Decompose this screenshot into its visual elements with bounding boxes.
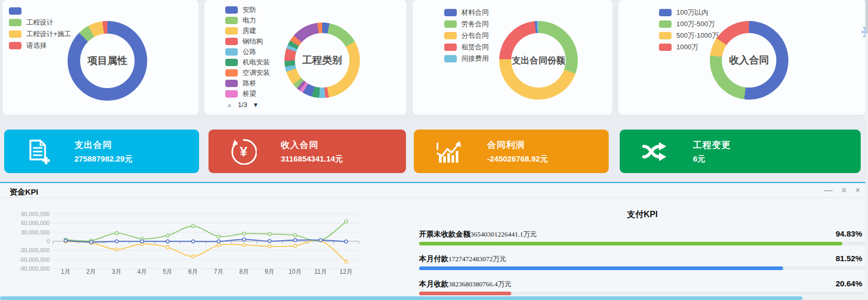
legend-label: 安防 bbox=[243, 5, 256, 15]
legend-item[interactable]: 100万-500万 bbox=[659, 18, 719, 30]
trend-chart-icon bbox=[436, 140, 463, 164]
data-point-marker[interactable] bbox=[243, 243, 246, 247]
data-point-marker[interactable] bbox=[345, 220, 348, 223]
legend-swatch-icon bbox=[225, 69, 238, 77]
data-point-marker[interactable] bbox=[64, 239, 67, 242]
legend-item[interactable]: 公路 bbox=[225, 47, 270, 57]
data-point-marker[interactable] bbox=[192, 224, 195, 228]
data-point-marker[interactable] bbox=[140, 240, 144, 243]
payment-row-label: 开票未收款金额 bbox=[419, 230, 470, 238]
legend-item[interactable]: 100万以内 bbox=[659, 7, 719, 18]
legend-item[interactable]: 工程设计 bbox=[9, 17, 71, 28]
data-point-marker[interactable] bbox=[115, 231, 118, 234]
legend-item[interactable]: 间接费用 bbox=[444, 53, 489, 65]
kpi-card-contract-profit[interactable]: 合同利润 -245026768.92元 bbox=[414, 130, 609, 173]
legend-item[interactable]: 房建 bbox=[225, 26, 270, 36]
data-point-marker[interactable] bbox=[217, 235, 220, 238]
legend-item[interactable]: 请选择 bbox=[9, 40, 71, 51]
data-point-marker[interactable] bbox=[243, 238, 246, 241]
legend-swatch-icon bbox=[9, 19, 21, 26]
vertical-scrollbar-track bbox=[865, 0, 868, 300]
data-point-marker[interactable] bbox=[345, 240, 348, 243]
payment-row-percent: 81.52% bbox=[836, 254, 862, 263]
donut-chart-income-contract[interactable]: 收入合同 bbox=[710, 21, 788, 100]
donut-chart-project-category[interactable]: 工程类别 bbox=[284, 23, 360, 98]
legend-pager-up-icon[interactable]: ▲ bbox=[226, 101, 233, 109]
kpi-card-project-change[interactable]: 工程变更 6元 bbox=[620, 130, 861, 173]
legend-item[interactable] bbox=[9, 5, 71, 17]
legend-item[interactable]: 工程设计+施工 bbox=[9, 28, 71, 40]
data-point-marker[interactable] bbox=[293, 244, 296, 248]
x-axis-tick-label: 8月 bbox=[239, 268, 249, 275]
data-point-marker[interactable] bbox=[166, 234, 169, 237]
vertical-scrollbar-thumb[interactable] bbox=[865, 0, 868, 34]
x-axis-tick-label: 6月 bbox=[188, 268, 198, 275]
data-point-marker[interactable] bbox=[268, 240, 271, 243]
legend-item[interactable]: 桥梁 bbox=[225, 89, 270, 99]
donut-chart-expense-contract-share[interactable]: 支出合同份额 bbox=[499, 21, 578, 100]
panel-header-divider bbox=[0, 197, 865, 198]
legend-label: 间接费用 bbox=[462, 54, 489, 63]
data-point-marker[interactable] bbox=[192, 240, 195, 243]
kpi-card-title: 支出合同 bbox=[74, 139, 133, 151]
data-point-marker[interactable] bbox=[90, 241, 93, 244]
legend-label: 100万-500万 bbox=[676, 19, 715, 29]
legend-item[interactable]: 材料合同 bbox=[444, 7, 489, 18]
menu-icon[interactable]: ≡ bbox=[841, 185, 846, 196]
legend-item[interactable]: 劳务合同 bbox=[444, 18, 489, 30]
kpi-card-title: 合同利润 bbox=[487, 139, 548, 151]
horizontal-scrollbar-thumb[interactable] bbox=[0, 296, 803, 300]
legend-item[interactable]: 安防 bbox=[225, 5, 270, 15]
donut-panel-expense-contract-share: 材料合同劳务合同分包合同租赁合同间接费用 支出合同份额 bbox=[413, 0, 612, 115]
data-point-marker[interactable] bbox=[293, 239, 296, 242]
legend-item[interactable]: 空调安装 bbox=[225, 68, 270, 78]
legend-item[interactable]: 租赁合同 bbox=[444, 41, 489, 53]
close-icon[interactable]: × bbox=[855, 185, 860, 196]
legend-item[interactable]: 分包合同 bbox=[444, 30, 489, 41]
data-point-marker[interactable] bbox=[115, 240, 118, 243]
x-axis-tick-label: 2月 bbox=[86, 268, 96, 275]
line-series bbox=[65, 221, 346, 241]
legend-swatch-icon bbox=[659, 20, 672, 28]
donut-hole: 收入合同 bbox=[722, 33, 776, 88]
legend-label: 请选择 bbox=[26, 41, 47, 50]
data-point-marker[interactable] bbox=[166, 240, 169, 243]
donut-title: 收入合同 bbox=[729, 53, 769, 67]
data-point-marker[interactable] bbox=[217, 244, 220, 247]
dashboard-page: 工程设计工程设计+施工请选择 项目属性 安防电力房建钢结构公路机电安装空调安装路… bbox=[0, 0, 868, 300]
y-axis-tick-label: 90,000,000 bbox=[21, 211, 50, 217]
donut-title: 支出合同份额 bbox=[512, 55, 565, 67]
legend-pager-down-icon[interactable]: ▼ bbox=[252, 101, 259, 109]
donut-panel-income-contract: 100万以内100万-500万500万-1000万1000万 收入合同 bbox=[618, 0, 866, 115]
minimize-icon[interactable]: — bbox=[824, 185, 832, 196]
data-point-marker[interactable] bbox=[217, 240, 220, 243]
panel-window-controls: — ≡ × bbox=[824, 185, 860, 196]
legend-item[interactable]: 500万-1000万 bbox=[659, 30, 719, 41]
x-axis-tick-label: 4月 bbox=[137, 268, 147, 275]
donut-chart-project-attribute[interactable]: 项目属性 bbox=[68, 21, 147, 101]
data-point-marker[interactable] bbox=[115, 248, 118, 251]
data-point-marker[interactable] bbox=[166, 246, 169, 249]
legend-item[interactable]: 1000万 bbox=[659, 41, 719, 53]
legend-item[interactable]: 路桥 bbox=[225, 78, 270, 89]
kpi-card-expense-contract[interactable]: 支出合同 275887982.29元 bbox=[4, 130, 199, 173]
kpi-card-value: 6元 bbox=[693, 154, 731, 164]
legend-item[interactable]: 钢结构 bbox=[225, 36, 270, 47]
kpi-card-income-contract[interactable]: ¥ 收入合同 3116854341.14元 bbox=[208, 130, 406, 173]
data-point-marker[interactable] bbox=[319, 239, 322, 242]
legend-swatch-icon bbox=[225, 6, 238, 14]
data-point-marker[interactable] bbox=[192, 255, 195, 258]
data-point-marker[interactable] bbox=[268, 232, 271, 235]
data-point-marker[interactable] bbox=[345, 260, 348, 263]
legend-swatch-icon bbox=[659, 44, 672, 51]
y-axis-tick-label: 0 bbox=[47, 238, 50, 244]
data-point-marker[interactable] bbox=[293, 233, 296, 237]
data-point-marker[interactable] bbox=[268, 245, 271, 248]
y-axis-tick-label: -60,000,000 bbox=[19, 256, 50, 263]
x-axis-tick-label: 7月 bbox=[214, 268, 224, 275]
x-axis-tick-label: 1月 bbox=[61, 268, 71, 275]
legend-item[interactable]: 电力 bbox=[225, 15, 270, 26]
legend-item[interactable]: 机电安装 bbox=[225, 57, 270, 68]
data-point-marker[interactable] bbox=[243, 232, 246, 235]
legend-swatch-icon bbox=[225, 80, 238, 87]
